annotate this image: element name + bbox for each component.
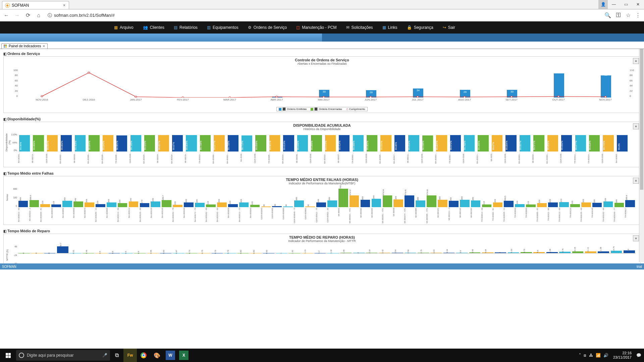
- dropbox-icon[interactable]: ⧈: [584, 353, 586, 358]
- taskbar: Digite aqui para pesquisar 🎤 ⧉ Fw 🎨 W X …: [0, 349, 644, 362]
- app-excel[interactable]: X: [179, 351, 189, 360]
- section-mttr[interactable]: ◧Tempo Médio de Reparo: [3, 228, 641, 234]
- menu-manutencao[interactable]: ◫Manutenção - PCM: [296, 25, 336, 30]
- home-icon[interactable]: ⌂: [36, 12, 42, 18]
- star-icon[interactable]: ☆: [626, 12, 631, 18]
- menu-icon[interactable]: ⋮: [635, 12, 641, 18]
- app-word[interactable]: W: [166, 351, 175, 360]
- menu-links[interactable]: ▦Links: [382, 25, 397, 30]
- menu-ordens[interactable]: ⚙Ordens de Serviço: [248, 25, 287, 30]
- collapse-icon[interactable]: ◧: [3, 117, 6, 121]
- volume-icon[interactable]: 🔊: [603, 353, 608, 358]
- export-icon[interactable]: ≡: [633, 178, 639, 184]
- section-mtbf[interactable]: ◧Tempo Médio entre Falhas: [3, 170, 641, 176]
- svg-point-5: [276, 96, 278, 98]
- taskbar-search[interactable]: Digite aqui para pesquisar 🎤: [16, 350, 110, 361]
- svg-point-9: [464, 96, 466, 98]
- maximize-icon[interactable]: ▭: [620, 0, 632, 9]
- svg-point-10: [511, 96, 513, 98]
- menu-relatorios[interactable]: ▤Relatórios: [174, 25, 198, 30]
- tab-title: SOFMAN: [12, 3, 29, 8]
- menu-arquivo[interactable]: ▦Arquivo: [114, 25, 133, 30]
- chart-disponibilidade: ≡ DISPONIBILIDADE ACUMULADA Histórico da…: [3, 122, 641, 167]
- status-bar: SOFMAN trial: [0, 263, 644, 269]
- app-fireworks[interactable]: Fw: [123, 349, 137, 362]
- chart-ordens: ≡ Controle de Ordens de Serviço Abertas …: [3, 56, 641, 113]
- svg-point-8: [417, 96, 419, 98]
- section-disponibilidade[interactable]: ◧Disponibilidade(%): [3, 116, 641, 122]
- export-icon[interactable]: ≡: [633, 235, 639, 241]
- menu-equipamentos[interactable]: ▥Equipamentos: [207, 25, 238, 30]
- menu-clientes[interactable]: 👥Clientes: [143, 25, 164, 30]
- svg-point-0: [41, 96, 43, 97]
- chart1-plot: 100806040200 110886644220 43028342930928…: [5, 67, 639, 107]
- reload-icon[interactable]: ⟳: [25, 12, 31, 18]
- panel-tab-close-icon[interactable]: ✕: [43, 45, 45, 48]
- window-controls: 👤 — ▭ ✕: [598, 0, 644, 9]
- sub-bar: [0, 34, 644, 42]
- browser-tab-bar: ◆ SOFMAN × 👤 — ▭ ✕: [0, 0, 644, 9]
- user-icon[interactable]: 👤: [598, 0, 608, 9]
- address-bar: ← → ⟳ ⌂ ⓘ sofman.com.br/v2.01/SofMan/# 🔍…: [0, 9, 644, 21]
- start-button[interactable]: [0, 349, 16, 362]
- clock[interactable]: 22:16 23/11/2017: [611, 351, 634, 360]
- collapse-icon[interactable]: ◧: [3, 229, 6, 233]
- close-tab-icon[interactable]: ×: [63, 3, 65, 8]
- svg-point-4: [229, 97, 231, 98]
- url-field[interactable]: ⓘ sofman.com.br/v2.01/SofMan/#: [46, 12, 600, 19]
- search-placeholder: Digite aqui para pesquisar: [27, 353, 73, 358]
- minimize-icon[interactable]: —: [608, 0, 620, 9]
- url-text: sofman.com.br/v2.01/SofMan/#: [54, 13, 115, 18]
- key-icon[interactable]: ⚿: [616, 12, 621, 18]
- svg-point-3: [182, 97, 184, 98]
- search-icon[interactable]: 🔍: [604, 12, 611, 18]
- svg-point-1: [88, 72, 90, 73]
- notifications-icon[interactable]: 💬: [636, 353, 641, 358]
- wifi-icon[interactable]: 📶: [596, 353, 601, 358]
- panel-tabs: Painel de Indicadores ✕: [0, 42, 644, 49]
- app-paint[interactable]: 🎨: [150, 349, 164, 362]
- chart1-legend: ⬛ Ordens Emitidas ⬛ Ordens Encerradas ◇ …: [276, 107, 368, 111]
- taskview-icon[interactable]: ⧉: [110, 349, 123, 362]
- menu-seguranca[interactable]: 🔒Segurança: [407, 25, 433, 30]
- chart-mtbf: ≡ TEMPO MÉDIO ENTRE FALHAS (HORAS) Indic…: [3, 176, 641, 225]
- svg-point-6: [323, 96, 325, 98]
- export-icon[interactable]: ≡: [633, 123, 639, 129]
- menu-solicitacoes[interactable]: ✉Solicitações: [346, 25, 373, 30]
- scrollbar[interactable]: [639, 49, 644, 262]
- system-tray: ˄ ⧈ 🖧 📶 🔊 22:16 23/11/2017 💬: [579, 351, 644, 360]
- collapse-icon[interactable]: ◧: [3, 52, 6, 56]
- svg-point-11: [557, 96, 559, 97]
- svg-point-12: [604, 96, 606, 98]
- mic-icon[interactable]: 🎤: [102, 353, 107, 358]
- favicon-icon: ◆: [5, 3, 10, 8]
- info-icon: ⓘ: [48, 12, 52, 18]
- svg-point-7: [370, 96, 372, 98]
- cortana-icon: [19, 353, 24, 358]
- export-icon[interactable]: ≡: [633, 58, 639, 64]
- menu-sair[interactable]: ↪Sair: [443, 25, 455, 30]
- app-menu-bar: ▦Arquivo 👥Clientes ▤Relatórios ▥Equipame…: [0, 21, 644, 34]
- close-window-icon[interactable]: ✕: [632, 0, 644, 9]
- panel-tab-indicadores[interactable]: Painel de Indicadores ✕: [1, 43, 48, 49]
- browser-tab[interactable]: ◆ SOFMAN ×: [2, 1, 69, 9]
- collapse-icon[interactable]: ◧: [3, 172, 6, 175]
- forward-icon[interactable]: →: [14, 12, 20, 18]
- panel-tab-label: Painel de Indicadores: [9, 44, 41, 48]
- section-ordens[interactable]: ◧Ordens de Serviço: [3, 50, 641, 56]
- app-chrome[interactable]: [137, 349, 150, 362]
- chart-mttr: ≡ TEMPO MÉDIO DE REPARO (HORAS) Indicado…: [3, 234, 641, 263]
- tray-expand-icon[interactable]: ˄: [579, 353, 581, 358]
- svg-point-2: [135, 96, 137, 98]
- network-icon[interactable]: 🖧: [589, 353, 593, 358]
- back-icon[interactable]: ←: [3, 12, 9, 18]
- content-area: ◧Ordens de Serviço ≡ Controle de Ordens …: [0, 49, 644, 263]
